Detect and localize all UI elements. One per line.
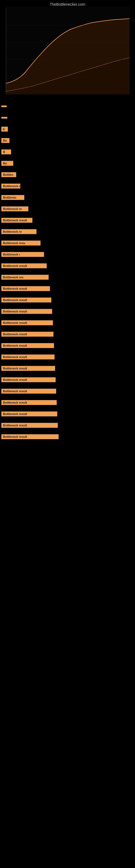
result-bar: Bottleneck result bbox=[1, 264, 47, 268]
result-bar: Bottleneck result bbox=[1, 434, 58, 439]
result-row: Bottleneck result bbox=[1, 296, 134, 304]
results-container: E Bo B Bo Bottlen Bottleneck r Bottlenec… bbox=[0, 97, 135, 440]
result-bar: Bottleneck result bbox=[1, 366, 55, 371]
chart-container bbox=[5, 8, 130, 94]
result-row: Bottleneck result bbox=[1, 433, 134, 440]
result-row: Bottleneck result bbox=[1, 365, 134, 372]
result-bar: Bottleneck re bbox=[1, 229, 37, 234]
result-bar: Bottleneck res bbox=[1, 275, 49, 280]
result-bar: Bottleneck result bbox=[1, 298, 51, 303]
result-row: Bottleneck result bbox=[1, 376, 134, 383]
result-bar bbox=[1, 117, 7, 119]
result-row: Bottleneck result bbox=[1, 388, 134, 395]
result-row: Bottlen bbox=[1, 171, 134, 179]
result-row: Bottleneck result bbox=[1, 308, 134, 315]
result-bar: Bottleneck r bbox=[1, 184, 20, 188]
result-row: Bo bbox=[1, 137, 134, 144]
result-bar: Bottleneck re bbox=[1, 207, 28, 211]
result-row: Bottleneck re bbox=[1, 228, 134, 236]
result-row: Bo bbox=[1, 159, 134, 167]
result-bar: Bottlen bbox=[1, 172, 16, 177]
result-row: Bottleneck result bbox=[1, 285, 134, 292]
result-row: E bbox=[1, 125, 134, 133]
site-title: TheBottlenecker.com bbox=[0, 0, 135, 8]
result-row: Bottleneck result bbox=[1, 399, 134, 406]
result-bar: Bo bbox=[1, 161, 13, 166]
result-bar: Bottleneck result bbox=[1, 389, 56, 394]
result-row: Bottleneck result bbox=[1, 216, 134, 224]
result-row: Bottleneck result bbox=[1, 330, 134, 338]
result-row: Bottleneck r bbox=[1, 251, 134, 258]
result-bar: Bottleneck result bbox=[1, 354, 54, 360]
result-bar: Bottleneck r bbox=[1, 252, 44, 257]
result-bar: Bottlenec bbox=[1, 195, 24, 200]
result-bar: Bottleneck result bbox=[1, 411, 57, 416]
result-bar: Bo bbox=[1, 138, 9, 143]
result-row: Bottleneck result bbox=[1, 353, 134, 361]
result-bar: Bottleneck result bbox=[1, 377, 56, 382]
result-bar: Bottleneck result bbox=[1, 218, 32, 223]
result-row bbox=[1, 102, 134, 110]
result-bar: Bottleneck result bbox=[1, 400, 57, 405]
result-row: Bottleneck re bbox=[1, 205, 134, 213]
result-row: Bottleneck result bbox=[1, 410, 134, 418]
result-bar bbox=[1, 105, 7, 107]
result-bar: Bottleneck result bbox=[1, 343, 54, 348]
result-row: Bottleneck r bbox=[1, 182, 134, 190]
result-row: Bottleneck result bbox=[1, 319, 134, 327]
result-bar: B bbox=[1, 150, 11, 154]
result-bar: Bottleneck result bbox=[1, 286, 50, 291]
result-bar: Bottleneck result bbox=[1, 320, 53, 325]
result-row: Bottleneck result bbox=[1, 262, 134, 270]
result-row: Bottleneck res bbox=[1, 273, 134, 281]
result-row: Bottlenec bbox=[1, 194, 134, 201]
result-bar: Bottleneck result bbox=[1, 332, 53, 337]
result-row bbox=[1, 114, 134, 122]
result-bar: Bottleneck result bbox=[1, 309, 52, 314]
result-bar: Bottleneck resu bbox=[1, 241, 41, 246]
result-bar: E bbox=[1, 127, 8, 131]
result-bar: Bottleneck result bbox=[1, 423, 58, 428]
result-row: Bottleneck result bbox=[1, 342, 134, 349]
result-row: Bottleneck resu bbox=[1, 239, 134, 247]
result-row: B bbox=[1, 148, 134, 156]
result-row: Bottleneck result bbox=[1, 422, 134, 429]
